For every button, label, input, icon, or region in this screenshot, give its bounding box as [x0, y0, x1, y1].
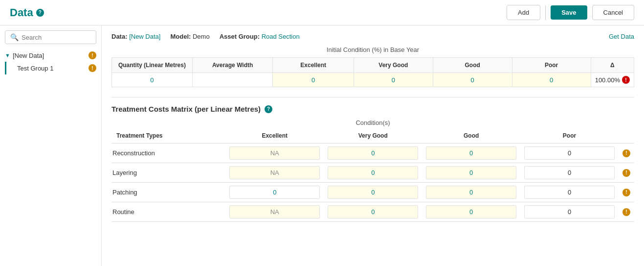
col-m-excellent: Excellent — [225, 128, 324, 144]
row-warning-cell-0: ! — [619, 144, 634, 163]
treatment-matrix-table: Treatment Types Excellent Very Good Good… — [111, 128, 634, 222]
col-m-very-good: Very Good — [324, 128, 422, 144]
input-m-poor-0[interactable] — [524, 146, 615, 160]
input-m-very-good-2[interactable] — [328, 186, 418, 199]
initial-condition-row: 100.00% ! — [112, 73, 634, 87]
cell-m-good-1 — [422, 163, 520, 183]
search-input[interactable] — [22, 34, 91, 41]
cell-m-poor-1 — [520, 163, 619, 183]
input-m-good-2[interactable] — [426, 186, 516, 199]
cell-m-excellent-2 — [225, 183, 324, 202]
input-m-excellent-2[interactable] — [229, 186, 320, 199]
row-warning-icon-2: ! — [622, 189, 630, 196]
cell-m-good-3 — [422, 202, 520, 222]
input-m-very-good-3[interactable] — [328, 205, 418, 218]
row-warning-icon-0: ! — [622, 149, 630, 157]
add-button[interactable]: Add — [507, 5, 540, 20]
chevron-down-icon: ▼ — [5, 52, 10, 58]
cell-m-very-good-3 — [324, 202, 422, 222]
row-warning-cell-2: ! — [619, 183, 634, 202]
cell-m-excellent-0 — [225, 144, 324, 163]
top-bar-left: Data ? — [10, 6, 44, 19]
cell-good — [433, 73, 512, 87]
input-m-very-good-0[interactable] — [328, 146, 418, 160]
initial-condition-section: Initial Condition (%) in Base Year Quant… — [111, 46, 634, 87]
col-avg-width: Average Width — [192, 58, 273, 73]
treatment-type-cell-1: Layering — [111, 163, 225, 183]
breadcrumb-model-label: Model: — [170, 33, 191, 40]
matrix-title: Treatment Costs Matrix (per Linear Metre… — [111, 105, 634, 113]
row-warning-icon-3: ! — [622, 208, 630, 216]
tree-child-warning-icon: ! — [89, 64, 96, 72]
matrix-help-icon[interactable]: ? — [265, 105, 272, 113]
save-button[interactable]: Save — [551, 5, 587, 20]
cell-m-poor-3 — [520, 202, 619, 222]
top-bar: Data ? Add Save Cancel — [0, 0, 644, 25]
input-very-good[interactable] — [358, 76, 429, 84]
breadcrumb-data: Data: [New Data] — [111, 33, 160, 40]
input-good[interactable] — [437, 76, 508, 84]
input-m-good-3[interactable] — [426, 205, 516, 218]
tree-item-new-data[interactable]: ▼ [New Data] ! — [0, 49, 101, 62]
treatment-type-cell-2: Patching — [111, 183, 225, 202]
input-quantity[interactable] — [116, 76, 188, 84]
col-very-good: Very Good — [354, 58, 433, 73]
breadcrumb-model-value: Demo — [193, 33, 210, 40]
input-m-poor-3[interactable] — [524, 205, 615, 218]
cancel-button[interactable]: Cancel — [592, 5, 634, 20]
input-m-poor-1[interactable] — [524, 166, 615, 179]
search-icon: 🔍 — [10, 33, 19, 41]
input-avg-width[interactable] — [197, 76, 269, 84]
tree-item-warning-icon: ! — [89, 51, 96, 59]
input-poor[interactable] — [516, 76, 587, 84]
toolbar-divider — [545, 5, 546, 20]
row-warning-cell-1: ! — [619, 163, 634, 183]
cell-m-poor-2 — [520, 183, 619, 202]
input-m-good-0[interactable] — [426, 146, 516, 160]
main-area: 🔍 ▼ [New Data] ! Test Group 1 ! — [0, 25, 644, 266]
input-excellent[interactable] — [277, 76, 350, 84]
get-data-link[interactable]: Get Data — [609, 33, 634, 40]
breadcrumb-asset-group: Asset Group: Road Section — [220, 33, 300, 40]
treatment-matrix-section: Treatment Costs Matrix (per Linear Metre… — [111, 105, 634, 222]
col-warning-spacer — [619, 128, 634, 144]
matrix-title-text: Treatment Costs Matrix (per Linear Metre… — [111, 105, 261, 113]
col-m-poor: Poor — [520, 128, 619, 144]
cell-m-very-good-2 — [324, 183, 422, 202]
matrix-row: Layering ! — [111, 163, 634, 183]
input-m-excellent-1 — [229, 166, 320, 179]
initial-condition-table: Quantity (Linear Metres) Average Width E… — [111, 57, 634, 87]
treatment-type-cell-0: Reconstruction — [111, 144, 225, 163]
row-warning-icon-1: ! — [622, 169, 630, 177]
breadcrumb-left: Data: [New Data] Model: Demo Asset Group… — [111, 33, 300, 40]
tree-child-label: Test Group 1 — [17, 65, 53, 72]
section-separator — [111, 97, 634, 97]
col-excellent: Excellent — [273, 58, 354, 73]
cell-quantity — [112, 73, 193, 87]
input-m-good-1[interactable] — [426, 166, 516, 179]
breadcrumb: Data: [New Data] Model: Demo Asset Group… — [111, 33, 634, 40]
input-m-poor-2[interactable] — [524, 186, 615, 199]
breadcrumb-data-value: [New Data] — [129, 33, 160, 40]
cell-very-good — [354, 73, 433, 87]
col-good: Good — [433, 58, 512, 73]
breadcrumb-model: Model: Demo — [170, 33, 209, 40]
matrix-row: Routine ! — [111, 202, 634, 222]
cell-delta: 100.00% ! — [591, 73, 634, 87]
col-delta: Δ — [591, 58, 634, 73]
col-poor: Poor — [512, 58, 591, 73]
col-m-good: Good — [422, 128, 520, 144]
cell-avg-width — [192, 73, 273, 87]
treatment-type-cell-3: Routine — [111, 202, 225, 222]
breadcrumb-asset-group-label: Asset Group: — [220, 33, 260, 40]
breadcrumb-data-label: Data: — [111, 33, 128, 40]
cell-m-excellent-1 — [225, 163, 324, 183]
cell-m-very-good-1 — [324, 163, 422, 183]
tree-child-test-group-1[interactable]: Test Group 1 ! — [5, 62, 101, 74]
cell-m-good-0 — [422, 144, 520, 163]
input-m-very-good-1[interactable] — [328, 166, 418, 179]
delta-cell: 100.00% ! — [595, 76, 630, 84]
col-treatment-types: Treatment Types — [111, 128, 225, 144]
app-help-icon[interactable]: ? — [36, 9, 44, 17]
search-bar: 🔍 — [5, 30, 96, 44]
